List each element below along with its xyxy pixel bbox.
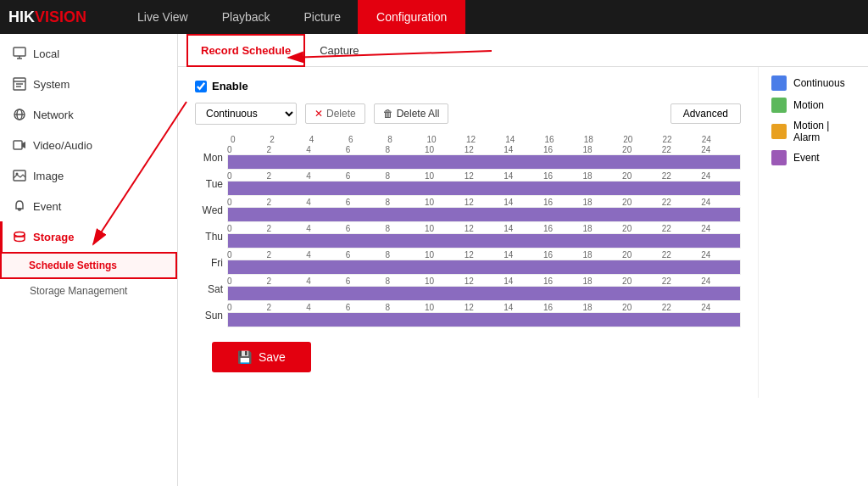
tab-capture[interactable]: Capture xyxy=(305,34,373,67)
nav-playback[interactable]: Playback xyxy=(205,0,287,34)
tabs-bar: Record Schedule Capture xyxy=(178,34,868,67)
sidebar-label-storage: Storage xyxy=(33,231,74,243)
time-0: 0 xyxy=(231,135,270,144)
sidebar-sublabel-schedule-settings: Schedule Settings xyxy=(29,260,117,271)
delete-all-icon: 🗑 xyxy=(383,108,393,120)
day-bar-fri[interactable] xyxy=(227,260,741,275)
day-row-wed: Wed 024681012141618202224 xyxy=(195,198,741,222)
sidebar-item-storage[interactable]: Storage xyxy=(0,221,177,252)
video-icon xyxy=(13,138,26,152)
legend: Continuous Motion Motion | Alarm Event xyxy=(758,67,868,398)
sidebar-item-video-audio[interactable]: Video/Audio xyxy=(0,130,177,160)
legend-item-event: Event xyxy=(771,150,855,165)
delete-button[interactable]: ✕ Delete xyxy=(305,103,365,124)
day-row-sun: Sun 024681012141618202224 xyxy=(195,303,741,327)
logo-vision: VISION xyxy=(35,8,86,26)
advanced-button[interactable]: Advanced xyxy=(670,103,741,124)
day-row-fri: Fri 024681012141618202224 xyxy=(195,250,741,275)
legend-color-continuous xyxy=(771,75,787,91)
logo-hik: HIK xyxy=(8,8,35,26)
nav-live-view[interactable]: Live View xyxy=(120,0,205,34)
sidebar-subitem-schedule-settings[interactable]: Schedule Settings xyxy=(0,252,177,279)
enable-label: Enable xyxy=(212,80,248,92)
day-row-tue: Tue 024681012141618202224 xyxy=(195,171,741,196)
day-bar-sat[interactable] xyxy=(227,286,741,301)
enable-checkbox[interactable] xyxy=(195,81,207,92)
day-row-sat: Sat 024681012141618202224 xyxy=(195,277,741,301)
day-timeline-tue: 024681012141618202224 xyxy=(227,171,741,196)
nav-configuration[interactable]: Configuration xyxy=(358,0,465,34)
delete-all-button[interactable]: 🗑 Delete All xyxy=(374,103,449,124)
time-8: 8 xyxy=(387,135,426,144)
day-label-wed: Wed xyxy=(195,204,227,216)
day-label-fri: Fri xyxy=(195,257,227,269)
sidebar-item-network[interactable]: Network xyxy=(0,99,177,130)
schedule-content: Enable Continuous Motion Alarm Motion | … xyxy=(178,67,758,398)
time-12: 12 xyxy=(466,135,505,144)
legend-item-continuous: Continuous xyxy=(771,75,855,91)
main-layout: Local System Network Video/Audio Image E… xyxy=(0,34,868,486)
day-timeline-sun: 024681012141618202224 xyxy=(227,303,741,327)
main-content: Record Schedule Capture Enable xyxy=(178,34,868,486)
schedule-grid: 0 2 4 6 8 10 12 14 16 18 20 xyxy=(195,135,741,327)
svg-point-15 xyxy=(14,232,25,237)
day-bar-mon[interactable] xyxy=(227,154,741,170)
time-20: 20 xyxy=(623,135,662,144)
day-row-thu: Thu 024681012141618202224 xyxy=(195,224,741,249)
day-bar-wed[interactable] xyxy=(227,207,741,222)
tab-record-schedule[interactable]: Record Schedule xyxy=(186,34,305,67)
day-bar-sun[interactable] xyxy=(227,312,741,327)
svg-rect-0 xyxy=(14,47,25,56)
day-label-tue: Tue xyxy=(195,178,227,190)
time-22: 22 xyxy=(662,135,701,144)
system-icon xyxy=(13,77,26,91)
globe-icon xyxy=(13,108,26,121)
day-label-sun: Sun xyxy=(195,310,227,321)
save-icon: 💾 xyxy=(237,350,252,364)
sidebar-label-image: Image xyxy=(33,170,64,182)
monitor-icon xyxy=(13,47,26,60)
day-timeline-wed: 024681012141618202224 xyxy=(227,198,741,222)
legend-label-motion: Motion xyxy=(793,99,824,111)
day-label-thu: Thu xyxy=(195,231,227,243)
day-bar-tue[interactable] xyxy=(227,181,741,196)
legend-item-motion-alarm: Motion | Alarm xyxy=(771,120,855,143)
sidebar-item-image[interactable]: Image xyxy=(0,160,177,191)
day-bar-thu[interactable] xyxy=(227,233,741,249)
time-2: 2 xyxy=(270,135,309,144)
sidebar-item-system[interactable]: System xyxy=(0,69,177,99)
enable-row: Enable xyxy=(195,80,741,92)
sidebar-item-event[interactable]: Event xyxy=(0,191,177,221)
time-18: 18 xyxy=(584,135,623,144)
day-label-mon: Mon xyxy=(195,152,227,164)
image-icon xyxy=(13,169,26,182)
svg-rect-10 xyxy=(14,141,22,149)
time-6: 6 xyxy=(348,135,387,144)
storage-icon xyxy=(13,230,26,243)
nav-picture[interactable]: Picture xyxy=(287,0,359,34)
nav-items: Live View Playback Picture Configuration xyxy=(120,0,860,34)
time-header: 0 2 4 6 8 10 12 14 16 18 20 xyxy=(231,135,741,144)
sidebar-label-local: Local xyxy=(33,47,59,60)
delete-icon: ✕ xyxy=(314,108,323,120)
legend-label-motion-alarm: Motion | Alarm xyxy=(793,120,855,143)
record-type-select[interactable]: Continuous Motion Alarm Motion | Alarm E… xyxy=(195,103,297,125)
sidebar-label-system: System xyxy=(33,78,70,91)
day-label-sat: Sat xyxy=(195,283,227,295)
time-4: 4 xyxy=(309,135,348,144)
time-24: 24 xyxy=(702,135,741,144)
time-16: 16 xyxy=(545,135,584,144)
controls-row: Continuous Motion Alarm Motion | Alarm E… xyxy=(195,103,741,125)
sidebar-label-network: Network xyxy=(33,109,74,121)
time-10: 10 xyxy=(427,135,466,144)
schedule-main: Enable Continuous Motion Alarm Motion | … xyxy=(178,67,758,398)
legend-label-continuous: Continuous xyxy=(793,77,845,89)
time-14: 14 xyxy=(505,135,544,144)
sidebar-item-local[interactable]: Local xyxy=(0,38,177,69)
save-button[interactable]: 💾 Save xyxy=(212,342,311,372)
day-timeline-mon: 0 2 4 6 8 10 12 14 16 xyxy=(227,145,741,170)
day-row-mon: Mon 0 2 4 6 8 10 12 xyxy=(195,145,741,170)
legend-item-motion: Motion xyxy=(771,98,855,113)
sidebar-subitem-storage-management[interactable]: Storage Management xyxy=(0,279,177,303)
sidebar: Local System Network Video/Audio Image E… xyxy=(0,34,178,486)
